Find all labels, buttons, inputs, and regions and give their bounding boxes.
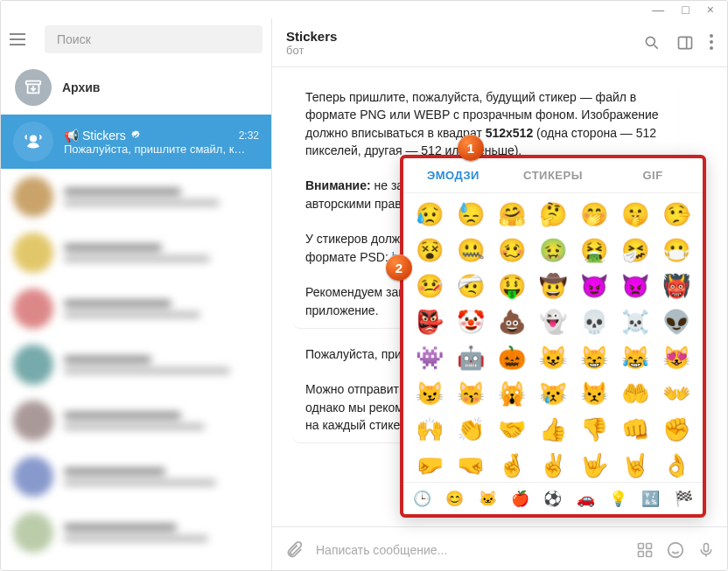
emoji-item[interactable]: ✊ — [656, 412, 697, 448]
emoji-item[interactable]: 🙀 — [491, 376, 532, 412]
emoji-item[interactable]: 👻 — [532, 304, 573, 340]
svg-point-5 — [710, 40, 713, 44]
svg-rect-0 — [26, 81, 41, 85]
bot-prefix-icon: 📢 — [64, 129, 79, 143]
emoji-item[interactable]: 🤫 — [615, 197, 656, 233]
svg-point-6 — [710, 46, 713, 50]
emoji-item[interactable]: 👐 — [656, 376, 697, 412]
emoji-item[interactable]: 🤗 — [491, 197, 532, 233]
emoji-item[interactable]: 💀 — [574, 304, 615, 340]
emoji-item[interactable]: 👹 — [656, 268, 697, 304]
emoji-item[interactable]: 🤢 — [532, 233, 573, 268]
emoji-item[interactable]: 😓 — [450, 197, 491, 233]
message-input[interactable]: Написать сообщение... — [316, 543, 624, 557]
maximize-button[interactable]: □ — [682, 3, 689, 17]
emoji-item[interactable]: 🤝 — [491, 412, 532, 448]
close-button[interactable]: × — [707, 3, 714, 17]
tab-stickers[interactable]: СТИКЕРЫ — [503, 158, 603, 192]
svg-point-4 — [710, 34, 713, 38]
emoji-item[interactable]: 😺 — [532, 340, 573, 376]
svg-rect-3 — [679, 37, 692, 48]
emoji-category[interactable]: 😊 — [444, 487, 466, 510]
emoji-item[interactable]: 🤘 — [615, 448, 656, 482]
emoji-item[interactable]: 🤔 — [532, 197, 573, 233]
emoji-item[interactable]: 🤖 — [450, 340, 491, 376]
minimize-button[interactable]: — — [652, 3, 664, 17]
emoji-item[interactable]: 👽 — [656, 304, 697, 340]
emoji-item[interactable]: 👾 — [409, 340, 450, 376]
emoji-item[interactable]: 😹 — [615, 340, 656, 376]
emoji-item[interactable]: 🥴 — [491, 233, 532, 268]
emoji-item[interactable]: 🤭 — [574, 197, 615, 233]
chat-name: Stickers — [82, 129, 126, 143]
tab-emoji[interactable]: ЭМОДЗИ — [403, 158, 503, 192]
emoji-item[interactable]: 🤐 — [450, 233, 491, 268]
emoji-icon[interactable] — [666, 540, 685, 560]
emoji-item[interactable]: 🤑 — [491, 268, 532, 304]
emoji-item[interactable]: 🤮 — [574, 233, 615, 268]
emoji-category[interactable]: 🏁 — [672, 487, 695, 510]
emoji-item[interactable]: 💩 — [491, 304, 532, 340]
emoji-item[interactable]: 👊 — [615, 412, 656, 448]
emoji-item[interactable]: 🤕 — [450, 268, 491, 304]
emoji-category[interactable]: 🔣 — [640, 487, 662, 510]
commands-icon[interactable] — [636, 541, 654, 559]
emoji-item[interactable]: 👿 — [615, 268, 656, 304]
emoji-item[interactable]: ✌️ — [532, 448, 573, 482]
emoji-item[interactable]: 😾 — [574, 376, 615, 412]
other-chats-blurred — [1, 169, 271, 571]
archive-icon — [15, 69, 52, 106]
emoji-item[interactable]: 🙌 — [409, 412, 450, 448]
emoji-item[interactable]: 😷 — [656, 233, 697, 268]
emoji-item[interactable]: 😽 — [450, 376, 491, 412]
sidebar: Поиск Архив 📢 Stickers — [1, 18, 272, 571]
attach-icon[interactable] — [284, 540, 304, 560]
emoji-item[interactable]: 🎃 — [491, 340, 532, 376]
emoji-category[interactable]: 🍎 — [509, 487, 532, 510]
emoji-item[interactable]: 👏 — [450, 412, 491, 448]
emoji-item[interactable]: 😼 — [409, 376, 450, 412]
chat-main: Stickers бот Теперь пришлите, пожалуйста… — [272, 18, 727, 571]
emoji-category[interactable]: 🕒 — [411, 487, 434, 510]
archive-row[interactable]: Архив — [1, 60, 271, 115]
svg-rect-9 — [639, 551, 644, 556]
emoji-category[interactable]: 🚗 — [574, 487, 597, 510]
emoji-item[interactable]: ☠️ — [615, 304, 656, 340]
emoji-item[interactable]: 🤟 — [574, 448, 615, 482]
emoji-item[interactable]: 🤒 — [409, 268, 450, 304]
emoji-item[interactable]: 🤠 — [532, 268, 573, 304]
emoji-item[interactable]: 👎 — [574, 412, 615, 448]
emoji-item[interactable]: 🤡 — [450, 304, 491, 340]
emoji-item[interactable]: 😥 — [409, 197, 450, 233]
search-input[interactable]: Поиск — [45, 25, 262, 53]
menu-icon[interactable] — [10, 33, 36, 45]
emoji-category[interactable]: ⚽ — [542, 487, 564, 510]
emoji-category[interactable]: 💡 — [607, 487, 630, 510]
emoji-item[interactable]: 😵 — [409, 233, 450, 268]
emoji-item[interactable]: 😈 — [574, 268, 615, 304]
bot-avatar — [13, 122, 53, 162]
archive-label: Архив — [62, 80, 100, 94]
mic-icon[interactable] — [697, 540, 715, 560]
emoji-item[interactable]: 👍 — [532, 412, 573, 448]
emoji-item[interactable]: 👺 — [409, 304, 450, 340]
emoji-item[interactable]: 🤲 — [615, 376, 656, 412]
emoji-item[interactable]: 🤞 — [491, 448, 532, 482]
emoji-item[interactable]: 😸 — [574, 340, 615, 376]
emoji-item[interactable]: 😿 — [532, 376, 573, 412]
chat-item-stickers[interactable]: 📢 Stickers 2:32 Пожалуйста, пришлите сма… — [1, 115, 271, 169]
chat-preview: Пожалуйста, пришлите смайл, к… — [64, 143, 259, 156]
search-icon[interactable] — [643, 34, 661, 52]
svg-point-11 — [668, 542, 683, 557]
emoji-category[interactable]: 🐱 — [476, 487, 499, 510]
emoji-item[interactable]: 😻 — [656, 340, 697, 376]
emoji-item[interactable]: 👌 — [656, 448, 697, 482]
emoji-item[interactable]: 🤛 — [409, 448, 450, 482]
emoji-item[interactable]: 🤧 — [615, 233, 656, 268]
sidebar-toggle-icon[interactable] — [676, 34, 694, 52]
emoji-item[interactable]: 🤥 — [656, 197, 697, 233]
more-icon[interactable] — [710, 34, 713, 52]
chat-subtitle: бот — [286, 44, 337, 57]
emoji-item[interactable]: 🤜 — [450, 448, 491, 482]
tab-gif[interactable]: GIF — [603, 158, 703, 192]
